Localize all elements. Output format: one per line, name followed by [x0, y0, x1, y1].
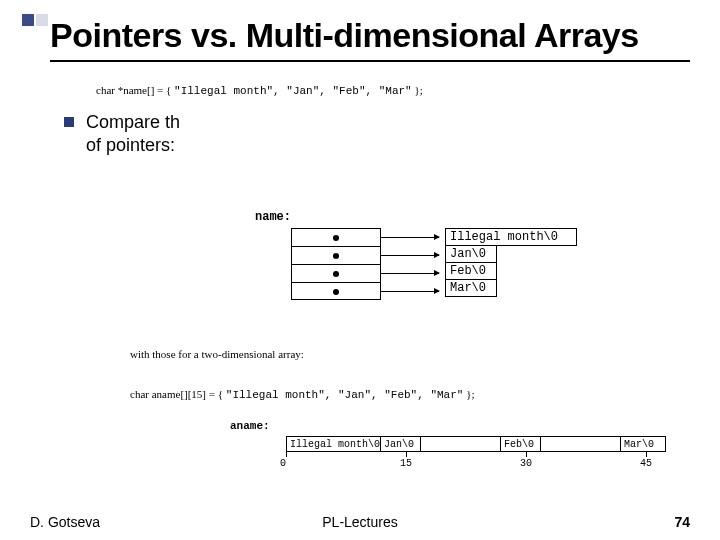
array-caption: with those for a two-dimensional array: [130, 348, 304, 360]
bullet-row: Compare th of pointers: [64, 111, 690, 156]
tick-label: 0 [280, 458, 286, 469]
bullet-square-icon [64, 117, 74, 127]
array-seg: Feb\0 [501, 437, 541, 451]
title-underline [50, 60, 690, 62]
string-cell: Illegal month\0 [445, 228, 577, 246]
pointer-dot-icon [333, 253, 339, 259]
arrow-icon [381, 273, 439, 274]
array-seg [421, 437, 501, 451]
string-cell: Jan\0 [445, 245, 497, 263]
slide: Pointers vs. Multi-dimensional Arrays ch… [0, 0, 720, 540]
footer-author: D. Gotseva [30, 514, 100, 530]
code2-prefix: char aname[][15] = { [130, 388, 226, 400]
pointer-slot [292, 283, 380, 301]
slide-title: Pointers vs. Multi-dimensional Arrays [50, 16, 690, 54]
array-seg: Mar\0 [621, 437, 661, 451]
code2-suffix: }; [463, 388, 474, 400]
pointer-slot [292, 247, 380, 265]
pointer-dot-icon [333, 289, 339, 295]
pointer-box [291, 228, 381, 300]
code-line-2d-array-decl: char aname[][15] = { "Illegal month", "J… [130, 388, 475, 401]
array-seg: Illegal month\0 [287, 437, 381, 451]
tick-label: 45 [640, 458, 652, 469]
bullet-line2: of pointers: [86, 135, 175, 155]
footer-center: PL-Lectures [322, 514, 397, 530]
pointer-slot [292, 229, 380, 247]
accent-square-light [36, 14, 48, 26]
contiguous-box: Illegal month\0 Jan\0 Feb\0 Mar\0 [286, 436, 666, 452]
bullet-text: Compare th of pointers: [86, 111, 180, 156]
string-cell: Feb\0 [445, 262, 497, 280]
tick-label: 30 [520, 458, 532, 469]
code1-prefix: char *name[] = { [96, 84, 174, 96]
footer-page: 74 [674, 514, 690, 530]
array-seg: Jan\0 [381, 437, 421, 451]
two-d-array-diagram: aname: Illegal month\0 Jan\0 Feb\0 Mar\0… [230, 420, 270, 432]
footer: D. Gotseva PL-Lectures 74 [30, 514, 690, 530]
string-cells: Illegal month\0 Jan\0 Feb\0 Mar\0 [445, 228, 577, 296]
accent-square-dark [22, 14, 34, 26]
pointer-slot [292, 265, 380, 283]
diagram1-label: name: [255, 210, 291, 224]
arrow-icon [381, 291, 439, 292]
pointer-array-diagram: name: Illegal month\0 Jan\0 Feb\0 Mar\0 [255, 210, 291, 224]
diagram2-label: aname: [230, 420, 270, 432]
tick-label: 15 [400, 458, 412, 469]
code2-body: "Illegal month", "Jan", "Feb", "Mar" [226, 389, 464, 401]
title-area: Pointers vs. Multi-dimensional Arrays [50, 10, 690, 62]
arrow-icon [381, 255, 439, 256]
pointer-dot-icon [333, 271, 339, 277]
bullet-line1: Compare th [86, 112, 180, 132]
code1-body: "Illegal month", "Jan", "Feb", "Mar" [174, 85, 412, 97]
tick-row: 0 15 30 45 [286, 452, 666, 470]
arrow-icon [381, 237, 439, 238]
array-seg [541, 437, 621, 451]
code1-suffix: }; [412, 84, 423, 96]
pointer-dot-icon [333, 235, 339, 241]
string-cell: Mar\0 [445, 279, 497, 297]
code-line-pointer-decl: char *name[] = { "Illegal month", "Jan",… [96, 84, 690, 97]
